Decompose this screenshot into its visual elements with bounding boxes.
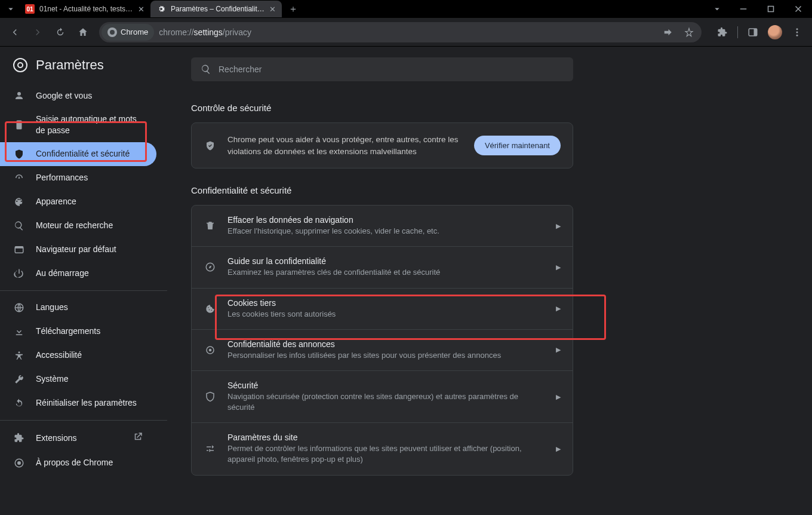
section-header: Contrôle de sécurité [191,103,788,113]
sidebar-item-label: Google et vous [36,90,92,102]
new-tab-button[interactable]: ＋ [285,1,301,17]
chrome-logo-icon [13,58,27,72]
sidebar-item-label: Apparence [36,196,76,207]
clipboard-icon [13,119,25,131]
window-controls [707,0,812,18]
bookmark-icon[interactable] [679,22,699,42]
sidebar-item-label: Extensions [36,433,76,444]
back-button[interactable] [5,22,25,42]
sidebar-item-label: Saisie automatique et mots de passe [36,114,143,136]
favicon-01net: 01 [25,4,35,14]
maximize-button[interactable] [757,0,785,18]
sidebar-item-privacy[interactable]: Confidentialité et sécurité [0,142,156,166]
shield-check-icon [204,140,217,151]
sidepanel-icon[interactable] [743,22,763,42]
sliders-icon [204,443,217,454]
sidebar-item-google[interactable]: Google et vous [0,84,156,108]
svg-point-10 [19,351,20,353]
close-icon[interactable]: ✕ [269,5,276,14]
svg-point-6 [796,34,798,36]
tab-title: Paramètres – Confidentialité et s [171,5,264,13]
chevron-right-icon: ▶ [556,393,561,401]
close-window-button[interactable] [785,0,812,18]
menu-icon[interactable] [787,22,807,42]
chevron-down-icon [5,4,16,14]
search-icon [201,64,211,75]
row-title: Confidentialité des annonces [227,339,545,349]
row-title: Cookies tiers [227,298,545,308]
svg-point-15 [209,349,212,352]
verify-now-button[interactable]: Vérifier maintenant [474,136,561,155]
row-subtitle: Personnaliser les infos utilisées par le… [227,350,545,361]
sidebar-item-about[interactable]: À propos de Chrome [0,451,156,475]
tab-title: 01net - Actualité tech, tests prod [39,5,133,13]
minimize-button[interactable] [730,0,757,18]
privacy-settings-list: Effacer les données de navigationEffacer… [191,205,573,476]
safety-text: Chrome peut vous aider à vous protéger, … [227,134,463,157]
tab-search-icon[interactable] [707,0,727,18]
row-privacy-guide[interactable]: Guide sur la confidentialitéExaminez les… [192,246,573,287]
sidebar-item-languages[interactable]: Langues [0,296,156,320]
separator [0,420,167,421]
sidebar-item-appearance[interactable]: Apparence [0,190,156,214]
chrome-icon [13,457,25,469]
forward-button[interactable] [27,22,48,42]
row-ad-privacy[interactable]: Confidentialité des annoncesPersonnalise… [192,329,573,370]
sidebar-item-autofill[interactable]: Saisie automatique et mots de passe [0,108,156,142]
url-text: chrome://settings/privacy [159,27,251,37]
svg-rect-0 [740,8,747,10]
site-chip[interactable]: Chrome [102,24,154,41]
sidebar-item-label: Moteur de recherche [36,220,113,231]
sidebar-item-system[interactable]: Système [0,367,156,391]
sidebar-header: Paramètres [0,57,167,84]
trash-icon [204,220,217,231]
sidebar-item-reset[interactable]: Réinitialiser les paramètres [0,391,156,415]
sidebar-item-downloads[interactable]: Téléchargements [0,320,156,344]
reload-button[interactable] [50,22,70,42]
sidebar-item-accessibility[interactable]: Accessibilité [0,344,156,367]
chevron-right-icon: ▶ [556,346,561,354]
gear-icon [156,4,166,14]
svg-point-5 [796,31,798,33]
site-chip-label: Chrome [121,27,148,36]
row-site-settings[interactable]: Paramètres du sitePermet de contrôler le… [192,422,573,474]
wrench-icon [13,373,25,385]
safety-check-card: Chrome peut vous aider à vous protéger, … [191,122,573,168]
sidebar-item-label: Performances [36,172,88,183]
tabs-dropdown[interactable] [2,2,19,16]
row-title: Paramètres du site [227,433,545,442]
address-bar[interactable]: Chrome chrome://settings/privacy [99,22,702,42]
shield-icon [204,391,217,402]
row-subtitle: Effacer l'historique, supprimer les cook… [227,226,545,237]
sidebar-item-label: Au démarrage [36,268,89,279]
reset-icon [13,397,25,409]
profile-avatar[interactable] [768,25,782,39]
separator [0,290,167,291]
sidebar-item-extensions[interactable]: Extensions [0,425,156,451]
row-title: Guide sur la confidentialité [227,256,545,266]
settings-sidebar: Paramètres Google et vous Saisie automat… [0,47,167,515]
sidebar-item-startup[interactable]: Au démarrage [0,262,156,286]
download-icon [13,326,25,338]
settings-search[interactable]: Rechercher [191,57,573,81]
shield-icon [13,148,25,160]
extensions-icon[interactable] [712,22,733,42]
tab-settings[interactable]: Paramètres – Confidentialité et s ✕ [150,1,282,17]
close-icon[interactable]: ✕ [138,5,144,14]
person-icon [13,90,25,102]
browser-tabstrip: 01 01net - Actualité tech, tests prod ✕ … [0,0,812,18]
sidebar-item-search-engine[interactable]: Moteur de recherche [0,214,156,238]
home-button[interactable] [73,22,93,42]
share-icon[interactable] [657,22,678,42]
globe-icon [13,302,25,314]
svg-rect-1 [768,7,774,12]
row-cookies[interactable]: Cookies tiersLes cookies tiers sont auto… [192,288,573,329]
row-security[interactable]: SécuritéNavigation sécurisée (protection… [192,370,573,422]
search-placeholder: Rechercher [219,65,262,74]
row-clear-data[interactable]: Effacer les données de navigationEffacer… [192,206,573,246]
tab-01net[interactable]: 01 01net - Actualité tech, tests prod ✕ [19,1,150,17]
chevron-right-icon: ▶ [556,263,561,271]
puzzle-icon [13,432,25,444]
sidebar-item-default-browser[interactable]: Navigateur par défaut [0,238,156,262]
sidebar-item-performance[interactable]: Performances [0,166,156,190]
